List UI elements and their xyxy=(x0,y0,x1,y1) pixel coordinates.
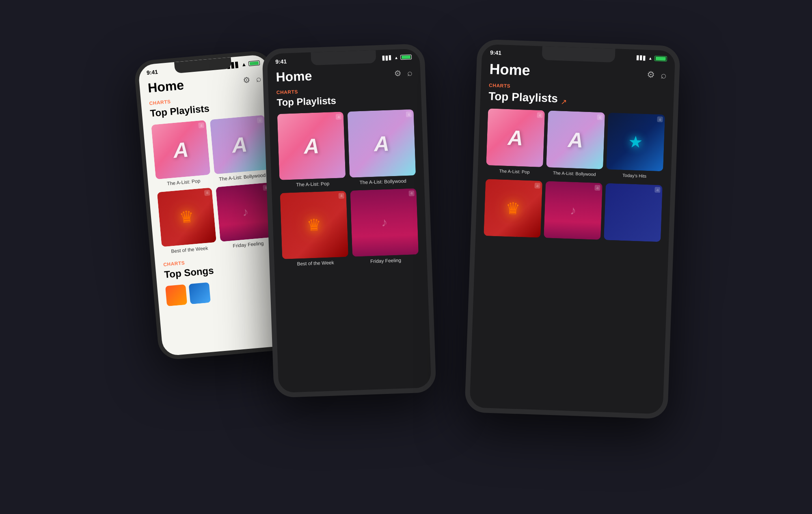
signal-icon-mid: ▋▋▋ xyxy=(382,55,392,60)
album-todays-hits-small[interactable]: ♫ Today's Hits xyxy=(606,112,665,179)
cover-alist-pop-small: ♫ xyxy=(486,108,545,167)
phones-container: 9:41 ▋▋▋ ▲ Home ⚙ ⌕ xyxy=(122,34,690,480)
battery-small xyxy=(654,55,667,61)
home-title-light: Home xyxy=(147,77,185,96)
battery-light xyxy=(248,60,260,66)
alist-bollywood-art-mid: ♫ xyxy=(348,109,416,178)
header-icons-light: ⚙ ⌕ xyxy=(242,73,261,85)
alist-bollywood-name-mid: The A-List: Bollywood xyxy=(350,178,416,186)
screen-dark-small: 9:41 ▋▋▋ ▲ Home ⚙ ⌕ xyxy=(469,44,675,414)
am-logo-2: ♫ xyxy=(257,117,263,123)
song-cover-1 xyxy=(165,284,187,306)
am-logo-sm1: ♫ xyxy=(537,112,543,118)
album-friday-mid[interactable]: ♫ Friday Feeling xyxy=(350,188,419,265)
album-best-week-mid[interactable]: ♫ Best of the Week xyxy=(280,190,349,267)
am-logo: ♫ xyxy=(198,122,204,128)
am-logo-mid3: ♫ xyxy=(339,192,344,198)
album-extra-small[interactable]: ♫ xyxy=(604,183,663,244)
song-cover-2 xyxy=(189,282,211,304)
cover-friday-mid: ♫ xyxy=(350,188,419,256)
album-alist-pop-small[interactable]: ♫ The A-List: Pop xyxy=(486,108,545,175)
signal-icon-small: ▋▋▋ xyxy=(637,55,646,60)
playlist-grid-light: ♫ The A-List: Pop ♫ The A-List: Bollywoo… xyxy=(151,115,276,255)
song-covers-row xyxy=(165,276,280,306)
home-title-dark-mid: Home xyxy=(276,68,312,84)
album-alist-bollywood-light[interactable]: ♫ The A-List: Bollywood xyxy=(210,115,270,183)
cover-alist-bollywood-small: ♫ xyxy=(546,110,605,169)
status-right-dark-small: ▋▋▋ ▲ xyxy=(637,55,667,61)
status-right-dark-mid: ▋▋▋ ▲ xyxy=(382,54,412,60)
search-icon-dark-small[interactable]: ⌕ xyxy=(661,69,667,81)
battery-mid xyxy=(400,54,412,60)
notch-dark-small xyxy=(542,46,615,62)
cover-alist-bollywood-mid: ♫ xyxy=(348,109,416,178)
am-logo-mid1: ♫ xyxy=(336,114,341,119)
am-logo-sm6: ♫ xyxy=(654,187,660,193)
todays-hits-name-small: Today's Hits xyxy=(606,172,663,179)
header-icons-dark-small: ⚙ ⌕ xyxy=(647,69,667,81)
friday-art-small: ♫ xyxy=(544,181,603,240)
album-best-week-light[interactable]: ♫ Best of the Week xyxy=(157,187,217,255)
status-right-light: ▋▋▋ ▲ xyxy=(227,60,260,69)
extra-art: ♫ xyxy=(604,183,663,242)
notch-dark-mid xyxy=(311,50,376,65)
search-icon-light[interactable]: ⌕ xyxy=(255,73,261,84)
friday-name-mid: Friday Feeling xyxy=(352,256,419,265)
album-friday-small[interactable]: ♫ xyxy=(544,181,603,242)
am-logo-sm5: ♫ xyxy=(594,185,600,190)
alist-pop-name-mid: The A-List: Pop xyxy=(280,180,346,189)
album-alist-bollywood-mid[interactable]: ♫ The A-List: Bollywood xyxy=(348,109,416,186)
settings-icon-dark-small[interactable]: ⚙ xyxy=(647,69,655,80)
alist-bollywood-name-small: The A-List: Bollywood xyxy=(546,170,603,177)
screen-content-dark-small: Home ⚙ ⌕ CHARTS Top Playlists ↗ xyxy=(475,57,675,250)
am-logo-sm2: ♫ xyxy=(597,114,603,120)
cover-best-week-light: ♫ xyxy=(157,187,216,246)
friday-art: ♫ xyxy=(216,182,275,241)
cover-friday-small: ♫ xyxy=(544,181,603,240)
trending-icon: ↗ xyxy=(561,97,567,106)
best-week-name-mid: Best of the Week xyxy=(282,259,348,267)
cover-extra-small: ♫ xyxy=(604,183,663,242)
cover-best-week-small: ♫ xyxy=(484,179,542,238)
top-playlists-dark-small: Top Playlists xyxy=(488,90,558,105)
home-title-dark-small: Home xyxy=(489,60,530,79)
cover-todays-hits-small: ♫ xyxy=(606,112,665,171)
header-icons-dark-mid: ⚙ ⌕ xyxy=(394,67,412,78)
alist-pop-name-small: The A-List: Pop xyxy=(486,168,543,175)
settings-icon-dark-mid[interactable]: ⚙ xyxy=(394,68,402,78)
album-best-week-small[interactable]: ♫ xyxy=(484,179,542,240)
playlist-grid-dark-mid: ♫ The A-List: Pop ♫ The A-List: Bollywoo… xyxy=(277,109,419,268)
wifi-icon-small: ▲ xyxy=(648,56,652,60)
alist-bollywood-art: ♫ xyxy=(210,115,269,174)
time-light: 9:41 xyxy=(146,68,158,75)
alist-pop-art-mid: ♫ xyxy=(277,112,346,180)
search-icon-dark-mid[interactable]: ⌕ xyxy=(407,67,412,77)
cover-friday-light: ♫ xyxy=(216,182,275,241)
battery-fill-mid xyxy=(402,55,410,59)
alist-bollywood-art-small: ♫ xyxy=(546,110,605,169)
album-alist-pop-mid[interactable]: ♫ The A-List: Pop xyxy=(277,112,346,189)
phone-dark-mid: 9:41 ▋▋▋ ▲ Home ⚙ ⌕ xyxy=(262,43,436,398)
time-dark-small: 9:41 xyxy=(490,49,502,56)
wifi-icon: ▲ xyxy=(241,61,247,67)
cover-alist-pop-mid: ♫ xyxy=(277,112,346,180)
wifi-icon-mid: ▲ xyxy=(394,55,398,60)
album-alist-pop-light[interactable]: ♫ The A-List: Pop xyxy=(151,120,211,188)
todays-hits-art: ♫ xyxy=(606,112,665,171)
playlist-grid-dark-small: ♫ The A-List: Pop ♫ The A-List: Bollywoo… xyxy=(486,108,665,179)
top-songs-section: CHARTS Top Songs xyxy=(163,252,281,306)
alist-pop-art-small: ♫ xyxy=(486,108,545,167)
cover-best-week-mid: ♫ xyxy=(280,190,349,259)
am-logo-sm3: ♫ xyxy=(657,116,663,122)
screen-dark-mid: 9:41 ▋▋▋ ▲ Home ⚙ ⌕ xyxy=(267,48,432,393)
playlist-grid-dark-small-2: ♫ ♫ xyxy=(484,179,663,244)
battery-fill xyxy=(250,61,259,65)
am-logo-mid2: ♫ xyxy=(406,111,412,117)
album-alist-bollywood-small[interactable]: ♫ The A-List: Bollywood xyxy=(546,110,605,177)
am-logo-mid4: ♫ xyxy=(408,190,414,196)
friday-art-mid: ♫ xyxy=(350,188,419,256)
am-logo-sm4: ♫ xyxy=(534,183,540,188)
battery-fill-small xyxy=(656,56,666,60)
settings-icon-light[interactable]: ⚙ xyxy=(242,74,251,84)
phone-dark-small: 9:41 ▋▋▋ ▲ Home ⚙ ⌕ xyxy=(464,39,680,419)
